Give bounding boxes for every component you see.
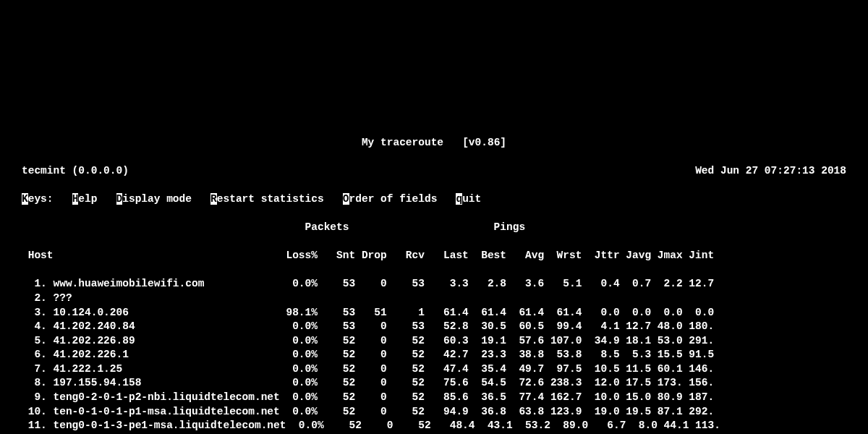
table-row: 9. teng0-2-0-1-p2-nbi.liquidtelecom.net … — [22, 391, 846, 405]
data-rows: 1. www.huaweimobilewifi.com 0.0% 53 0 53… — [22, 277, 846, 434]
local-host: tecmint (0.0.0.0) — [22, 164, 129, 179]
quit-key[interactable]: q — [456, 193, 462, 205]
table-row: 2. ??? — [22, 292, 846, 306]
table-row: 10. ten-0-1-0-1-p1-msa.liquidtelecom.net… — [22, 405, 846, 420]
table-row: 6. 41.202.226.1 0.0% 52 0 52 42.7 23.3 3… — [22, 348, 846, 362]
info-line: tecmint (0.0.0.0)Wed Jun 27 07:27:13 201… — [22, 164, 846, 179]
app-name: My traceroute — [362, 137, 443, 148]
order-key[interactable]: O — [343, 193, 349, 205]
app-title: My traceroute [v0.86] — [22, 136, 846, 150]
table-row: 8. 197.155.94.158 0.0% 52 0 52 75.6 54.5… — [22, 376, 846, 391]
restart-key[interactable]: R — [210, 193, 217, 205]
column-headers: Host Loss% Snt Drop Rcv Last Best Avg Wr… — [22, 249, 846, 263]
table-row: 4. 41.202.240.84 0.0% 53 0 53 52.8 30.5 … — [22, 320, 846, 334]
datetime: Wed Jun 27 07:27:13 2018 — [695, 164, 846, 179]
table-row: 1. www.huaweimobilewifi.com 0.0% 53 0 53… — [22, 277, 846, 292]
table-row: 5. 41.202.226.89 0.0% 52 0 52 60.3 19.1 … — [22, 334, 846, 349]
app-version: [v0.86] — [462, 137, 506, 148]
keys-line: Keys: Help Display mode Restart statisti… — [22, 192, 846, 207]
table-row: 7. 41.222.1.25 0.0% 52 0 52 47.4 35.4 49… — [22, 362, 846, 377]
display-key[interactable]: D — [116, 193, 123, 205]
section-headers: Packets Pings — [22, 221, 846, 235]
keys-k[interactable]: K — [22, 193, 28, 205]
table-row: 11. teng0-0-1-3-pe1-msa.liquidtelecom.ne… — [22, 419, 846, 433]
table-row: 3. 10.124.0.206 98.1% 53 51 1 61.4 61.4 … — [22, 306, 846, 320]
